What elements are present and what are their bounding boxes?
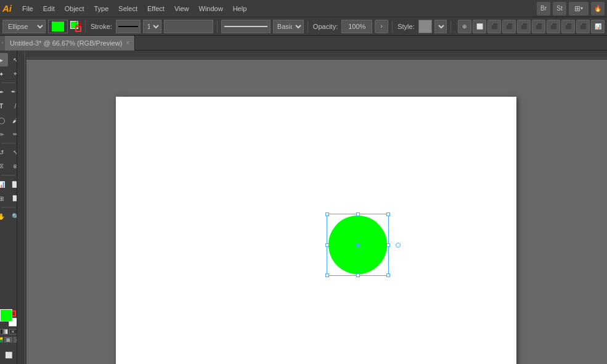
align-center-v-icon[interactable]: ⬛ (547, 20, 560, 33)
align-left-icon[interactable]: ⬛ (487, 20, 501, 33)
blend-tool[interactable]: ⧖ (0, 160, 8, 173)
color-mode-row: ✕ (0, 329, 17, 334)
ruler-h-svg (17, 51, 607, 60)
menu-effect[interactable]: Effect (143, 4, 169, 14)
more-icon: ▾ (581, 6, 583, 11)
align-top-icon[interactable]: ⬛ (532, 20, 545, 33)
global-edit-icon[interactable]: ⊕ (458, 20, 471, 33)
stroke-label: Stroke: (89, 23, 113, 30)
tool-row-hand: ✋ 🔍 (0, 209, 17, 223)
transform-handle[interactable] (396, 243, 401, 248)
line-tool[interactable]: / (9, 99, 17, 113)
distribute-icon[interactable]: ⬛ (576, 20, 590, 33)
fill-stroke-icon[interactable] (70, 21, 81, 32)
lasso-tool[interactable]: ⌖ (9, 67, 17, 81)
ellipse-object[interactable] (328, 216, 387, 274)
hand-tool[interactable]: ✋ (0, 209, 8, 223)
stroke-profile-select[interactable]: Basic (273, 20, 304, 33)
stroke-style-box[interactable] (164, 20, 213, 33)
text-tool[interactable]: T (0, 99, 8, 113)
menu-object[interactable]: Object (60, 4, 89, 14)
toolbox: ▸ ↖ ✦ ⌖ ✒ ✒+ T / ◯ 🖌 ✏ ✏̵ ↺ ⤡ ⧖ (0, 51, 17, 364)
tab-title: Untitled-3* @ 66.67% (RGB/Preview) (10, 39, 122, 47)
pencil-tool[interactable]: ✏ (0, 127, 8, 141)
add-anchor-tool[interactable]: ✒+ (9, 85, 17, 99)
stroke-line (118, 26, 138, 27)
paintbrush-tool[interactable]: 🖌 (9, 113, 17, 127)
screen-mode-btn[interactable]: ⬜ (2, 348, 15, 362)
ellipse-tool[interactable]: ◯ (0, 113, 8, 127)
chart-icon[interactable]: 📊 (591, 20, 605, 33)
menu-help[interactable]: Help (229, 4, 251, 14)
main-layout: ▸ ↖ ✦ ⌖ ✒ ✒+ T / ◯ 🖌 ✏ ✏̵ ↺ ⤡ ⧖ (0, 51, 607, 364)
stroke-profile-box[interactable] (221, 20, 271, 33)
foreground-color-swatch[interactable] (0, 309, 12, 322)
eraser-tool[interactable]: ✏̵ (9, 127, 17, 141)
arrange-icon[interactable]: ⬜ (473, 20, 486, 33)
none-mode-btn[interactable]: ✕ (9, 329, 17, 334)
align-right-icon[interactable]: ⬛ (517, 20, 531, 33)
color-picker-btn[interactable] (0, 337, 3, 342)
tool-row-blend: ⧖ ⊛ (0, 160, 17, 173)
swatches-btn[interactable]: ▦ (4, 337, 12, 342)
tab-collapse[interactable]: ‹ (0, 36, 5, 51)
scale-tool[interactable]: ⤡ (9, 145, 17, 159)
style-select[interactable]: ▾ (434, 20, 447, 33)
tool-divider-1 (2, 83, 15, 83)
artboard-tool[interactable]: ⬜ (9, 177, 17, 191)
none-line (77, 23, 80, 26)
direct-selection-tool[interactable]: ↖ (9, 53, 17, 67)
shape-selector[interactable]: Ellipse (2, 20, 46, 33)
tool-row-text: T / (0, 99, 17, 113)
opacity-input[interactable] (341, 20, 372, 33)
selection-tool[interactable]: ▸ (0, 53, 8, 67)
symbol-tool[interactable]: ⊛ (9, 160, 17, 173)
grid-icon-btn[interactable]: ⊞ ▾ (569, 2, 589, 15)
fill-color-box[interactable] (48, 20, 68, 33)
flame-icon-btn[interactable]: 🔥 (591, 2, 605, 15)
bridge-icon-btn[interactable]: Br (537, 2, 550, 15)
align-center-h-icon[interactable]: ⬛ (502, 20, 516, 33)
rotate-tool[interactable]: ↺ (0, 145, 8, 159)
stock-icon-btn[interactable]: St (553, 2, 566, 15)
menu-window[interactable]: Window (195, 4, 227, 14)
tab-bar: ‹ Untitled-3* @ 66.67% (RGB/Preview) × (0, 36, 607, 51)
tool-row-rotate: ↺ ⤡ (0, 145, 17, 159)
selection-center (356, 243, 360, 247)
stroke-weight-select[interactable]: 123 (143, 20, 161, 33)
document-tab[interactable]: Untitled-3* @ 66.67% (RGB/Preview) × (5, 36, 135, 51)
menu-select[interactable]: Select (114, 4, 142, 14)
tool-row-pen: ✒ ✒+ (0, 85, 17, 99)
divider-5 (450, 20, 451, 33)
magic-wand-tool[interactable]: ✦ (0, 67, 8, 81)
tab-close-btn[interactable]: × (126, 39, 129, 46)
column-graph-tool[interactable]: 📊 (0, 177, 8, 191)
divider-3 (308, 20, 308, 33)
fill-color-swatch (52, 22, 64, 31)
menu-view[interactable]: View (170, 4, 194, 14)
ruler-vertical (17, 51, 26, 364)
align-bottom-icon[interactable]: ⬛ (561, 20, 575, 33)
color-picker-row: ▦ ◑ (0, 337, 17, 342)
stroke-indicator[interactable] (116, 20, 141, 33)
slice-tool[interactable]: ⊞ (0, 192, 8, 205)
flame-icon: 🔥 (594, 5, 601, 12)
menu-file[interactable]: File (18, 4, 38, 14)
tool-divider-3 (2, 175, 15, 176)
opacity-more-btn[interactable]: › (375, 20, 388, 33)
tool-row-slice: ⊞ ⬜ (0, 192, 17, 205)
pen-tool[interactable]: ✒ (0, 85, 8, 99)
tool-row-pencil: ✏ ✏̵ (0, 127, 17, 141)
menu-type[interactable]: Type (90, 4, 113, 14)
zoom-tool[interactable]: 🔍 (9, 209, 17, 223)
menu-edit[interactable]: Edit (39, 4, 59, 14)
ai-logo: Ai (2, 3, 12, 14)
grid-icon: ⊞ (574, 4, 581, 13)
style-label: Style: (396, 23, 416, 30)
ruler-v-svg (17, 51, 26, 364)
style-swatch[interactable] (418, 20, 432, 33)
color-mode-btn[interactable] (0, 329, 8, 334)
canvas-area[interactable] (17, 51, 607, 364)
menu-bar: Ai File Edit Object Type Select Effect V… (0, 0, 607, 17)
image-trace-tool[interactable]: ⬜ (9, 192, 17, 205)
